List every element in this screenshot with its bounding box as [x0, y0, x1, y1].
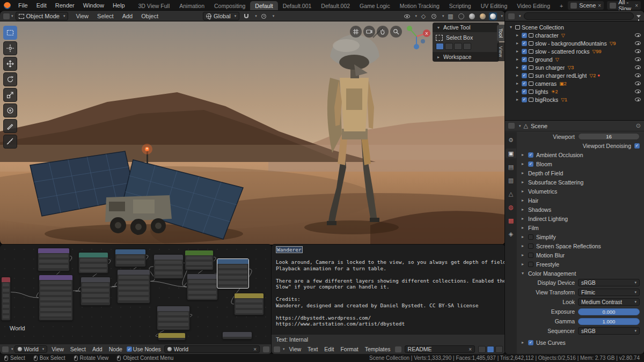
tab-tool[interactable]: Tool	[497, 25, 505, 41]
menu-select[interactable]: Select	[93, 13, 118, 19]
eye-icon[interactable]	[635, 49, 641, 53]
checkbox[interactable]: ✓	[522, 89, 527, 94]
look-dropdown[interactable]: Medium Contrast▾	[578, 298, 640, 306]
use-curves-row[interactable]: ▸ ✓ Use Curves	[517, 338, 644, 347]
expand-arrow-icon[interactable]: ▸	[520, 340, 525, 345]
workspace-tab-motion-tracking[interactable]: Motion Tracking	[395, 1, 444, 11]
outliner-item-slow-scattered-rocks[interactable]: ▸✓slow - scattered rocks▽99	[505, 47, 644, 55]
select-mode-new-button[interactable]	[436, 43, 444, 50]
expand-arrow-icon[interactable]: ▸	[520, 234, 525, 239]
use-curves-checkbox[interactable]: ✓	[528, 340, 533, 345]
node-header[interactable]	[235, 293, 264, 298]
prop-section-freestyle[interactable]: ▸Freestyle	[517, 260, 644, 269]
node-canvas[interactable]: World	[0, 245, 272, 344]
node-header[interactable]	[38, 248, 69, 253]
prop-section-subsurface-scattering[interactable]: ▸Subsurface Scattering	[517, 178, 644, 187]
eye-icon[interactable]	[635, 65, 641, 69]
sequencer-dropdown[interactable]: sRGB▾	[578, 327, 640, 335]
tab-tool[interactable]: ⚙	[506, 135, 516, 145]
word-wrap-toggle[interactable]	[487, 346, 494, 353]
select-mode-extend-button[interactable]	[445, 43, 453, 50]
tool-annotate-button[interactable]	[3, 119, 17, 133]
node-header[interactable]	[223, 332, 252, 337]
visibility-icon[interactable]	[402, 12, 411, 20]
workspace-tab-game-logic[interactable]: Game Logic	[355, 1, 395, 11]
shader-node[interactable]	[39, 275, 73, 321]
xray-toggle-icon[interactable]: ▥	[446, 12, 455, 20]
node-header[interactable]	[217, 259, 248, 264]
tab-world[interactable]: ◍	[506, 202, 516, 212]
line-numbers-toggle[interactable]	[478, 346, 486, 353]
workspace-tab-scripting[interactable]: Scripting	[444, 1, 476, 11]
workspace-tab-animation[interactable]: Animation	[174, 1, 209, 11]
prop-section-bloom[interactable]: ▸✓Bloom	[517, 159, 644, 168]
expand-arrow-icon[interactable]: ▸	[520, 216, 525, 221]
outliner-item-cameras[interactable]: ▸✓cameras▣2	[505, 79, 644, 87]
pan-hand-icon[interactable]	[377, 26, 389, 38]
text-browse-icon[interactable]	[395, 346, 401, 352]
gizmo-toggle-icon[interactable]: ◇	[419, 12, 428, 20]
chevron-down-icon[interactable]: ▾	[415, 14, 417, 18]
editor-type-icon[interactable]	[274, 346, 280, 352]
outliner-item-ground[interactable]: ▸✓ground▽	[505, 55, 644, 63]
shader-node[interactable]	[153, 254, 184, 279]
checkbox[interactable]: ✓	[522, 41, 527, 46]
menu-select[interactable]: Select	[67, 346, 89, 352]
expand-arrow-icon[interactable]: ▸	[520, 189, 525, 194]
outliner-item-sun-charger-redlight[interactable]: ▸✓sun charger redLight▽2●	[505, 71, 644, 79]
node-header[interactable]	[118, 270, 150, 275]
active-tool-item[interactable]: Select Box	[436, 34, 496, 41]
eye-icon[interactable]	[635, 33, 641, 37]
eye-icon[interactable]	[635, 90, 641, 93]
overlays-toggle-icon[interactable]	[430, 12, 438, 20]
scene-unlink-icon[interactable]: ×	[598, 3, 601, 9]
tool-scale-button[interactable]	[3, 88, 17, 102]
display-device-dropdown[interactable]: sRGB▾	[578, 279, 640, 286]
workspace-tab-[interactable]: +	[555, 1, 568, 11]
expand-arrow-icon[interactable]: ▸	[515, 65, 520, 70]
node-header[interactable]	[154, 255, 183, 260]
shader-node[interactable]	[222, 331, 252, 339]
prop-section-depth-of-field[interactable]: ▸Depth of Field	[517, 168, 644, 178]
checkbox[interactable]: ✓	[522, 57, 527, 62]
node-header[interactable]	[157, 306, 189, 311]
blender-logo-icon[interactable]	[4, 2, 11, 9]
expand-arrow-icon[interactable]: ▸	[515, 97, 520, 102]
unlink-icon[interactable]: ×	[253, 346, 257, 352]
editor-type-icon[interactable]	[508, 123, 515, 129]
node-header[interactable]	[2, 277, 10, 282]
use-nodes-checkbox[interactable]: ✓	[127, 346, 132, 352]
outliner-search-input[interactable]	[524, 12, 634, 20]
tool-rotate-button[interactable]	[3, 72, 17, 86]
chevron-down-icon[interactable]: ▾	[273, 14, 275, 18]
shader-node[interactable]	[157, 306, 190, 330]
expand-arrow-icon[interactable]: ▾	[520, 271, 525, 276]
chevron-down-icon[interactable]: ▾	[255, 14, 257, 18]
menu-view[interactable]: View	[48, 346, 67, 352]
menu-help[interactable]: Help	[108, 2, 129, 9]
shader-node[interactable]	[78, 252, 108, 274]
exposure-slider[interactable]: 0.000	[578, 308, 640, 315]
tool-measure-button[interactable]	[3, 135, 17, 149]
viewport-denoising-checkbox[interactable]: ✓	[634, 143, 640, 149]
expand-arrow-icon[interactable]: ▸	[515, 41, 520, 46]
zoom-icon[interactable]	[390, 26, 402, 38]
3d-viewport[interactable]: X ▾Active Tool Select Box ▸Works	[0, 21, 505, 245]
expand-arrow-icon[interactable]: ▸	[520, 225, 525, 230]
shader-node[interactable]	[185, 250, 214, 270]
menu-node[interactable]: Node	[106, 346, 126, 352]
eye-icon[interactable]	[635, 41, 641, 45]
view-layer-selector[interactable]: All - Slow ×	[607, 1, 641, 10]
3d-scene[interactable]	[0, 21, 505, 245]
syntax-highlight-toggle[interactable]	[495, 346, 503, 353]
checkbox[interactable]: ✓	[528, 152, 533, 158]
unlink-icon[interactable]: ×	[469, 346, 472, 352]
workspace-tab-default[interactable]: Default	[250, 1, 277, 11]
expand-arrow-icon[interactable]: ▸	[520, 253, 525, 257]
node-header[interactable]	[79, 253, 108, 257]
prop-section-volumetrics[interactable]: ▸Volumetrics	[517, 187, 644, 196]
shader-node[interactable]	[1, 277, 11, 321]
viewport-samples-slider[interactable]: 16	[578, 133, 640, 140]
tool-cursor-button[interactable]	[3, 41, 17, 55]
prop-section-motion-blur[interactable]: ▸Motion Blur	[517, 250, 644, 260]
